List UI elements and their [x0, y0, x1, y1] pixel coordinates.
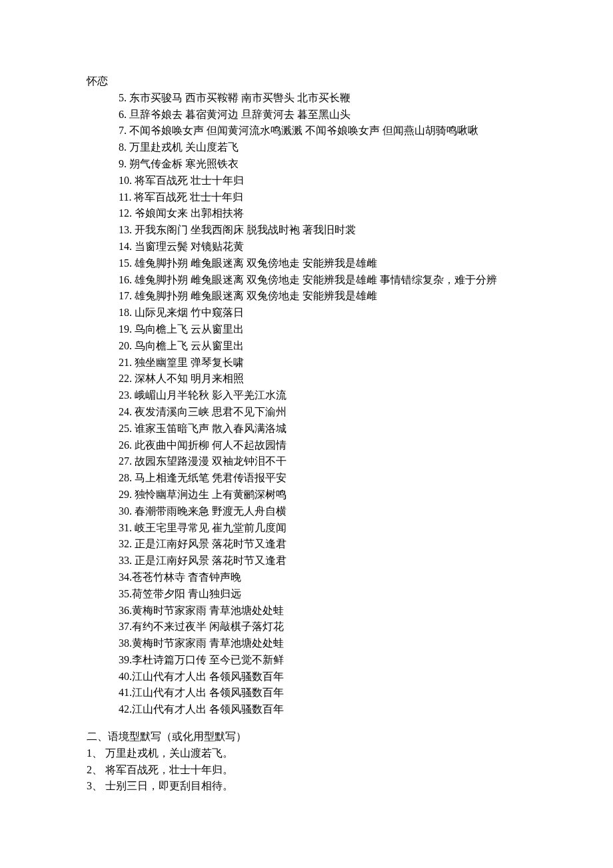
- list-item: 42.江山代有才人出 各领风骚数百年: [87, 701, 526, 718]
- list-item: 20. 鸟向檐上飞 云从窗里出: [87, 338, 526, 355]
- list-item: 15. 雄兔脚扑朔 雌兔眼迷离 双兔傍地走 安能辨我是雄雌: [87, 255, 526, 272]
- list-item: 7. 不闻爷娘唤女声 但闻黄河流水鸣溅溅 不闻爷娘唤女声 但闻燕山胡骑鸣啾啾: [87, 123, 526, 139]
- list-item: 怀恋: [87, 73, 526, 90]
- list-item: 32. 正是江南好风景 落花时节又逢君: [87, 536, 526, 553]
- list-item: 6. 旦辞爷娘去 暮宿黄河边 旦辞黄河去 暮至黑山头: [87, 107, 526, 123]
- list-item: 36.黄梅时节家家雨 青草池塘处处蛙: [87, 603, 526, 619]
- document-body: 怀恋5. 东市买骏马 西市买鞍鞯 南市买辔头 北市买长鞭6. 旦辞爷娘去 暮宿黄…: [87, 73, 526, 795]
- list-item: 31. 岐王宅里寻常见 崔九堂前几度闻: [87, 520, 526, 537]
- section-2-heading: 二、语境型默写（或化用型默写）: [87, 729, 526, 745]
- list-item: 18. 山际见来烟 竹中窥落日: [87, 305, 526, 321]
- numbered-list-section: 怀恋5. 东市买骏马 西市买鞍鞯 南市买辔头 北市买长鞭6. 旦辞爷娘去 暮宿黄…: [87, 73, 526, 718]
- list-item: 33. 正是江南好风景 落花时节又逢君: [87, 553, 526, 569]
- section-2: 二、语境型默写（或化用型默写） 1、 万里赴戎机，关山渡若飞。 2、 将军百战死…: [87, 729, 526, 795]
- list-item: 35.荷笠带夕阳 青山独归远: [87, 586, 526, 603]
- list-item: 38.黄梅时节家家雨 青草池塘处处蛙: [87, 635, 526, 652]
- list-item: 19. 鸟向檐上飞 云从窗里出: [87, 321, 526, 338]
- list-item: 41.江山代有才人出 各领风骚数百年: [87, 685, 526, 701]
- list-item: 25. 谁家玉笛暗飞声 散入春风满洛城: [87, 421, 526, 437]
- list-item: 8. 万里赴戎机 关山度若飞: [87, 139, 526, 156]
- list-item: 14. 当窗理云鬓 对镜贴花黄: [87, 239, 526, 255]
- list-item: 39.李杜诗篇万口传 至今已觉不新鲜: [87, 652, 526, 669]
- list-item: 11. 将军百战死 壮士十年归: [87, 189, 526, 206]
- section-2-item: 2、 将军百战死，壮士十年归。: [87, 762, 526, 779]
- list-item: 12. 爷娘闻女来 出郭相扶将: [87, 205, 526, 222]
- list-item: 13. 开我东阁门 坐我西阁床 脱我战时袍 著我旧时裳: [87, 222, 526, 239]
- list-item: 21. 独坐幽篁里 弹琴复长啸: [87, 355, 526, 371]
- list-item: 24. 夜发清溪向三峡 思君不见下渝州: [87, 404, 526, 421]
- section-2-item: 3、 士别三日，即更刮目相待。: [87, 778, 526, 795]
- list-item: 9. 朔气传金柝 寒光照铁衣: [87, 156, 526, 173]
- list-item: 27. 故园东望路漫漫 双袖龙钟泪不干: [87, 453, 526, 470]
- list-item: 28. 马上相逢无纸笔 凭君传语报平安: [87, 470, 526, 487]
- section-spacer: [87, 718, 526, 729]
- list-item: 10. 将军百战死 壮士十年归: [87, 173, 526, 189]
- list-item: 16. 雄兔脚扑朔 雌兔眼迷离 双兔傍地走 安能辨我是雄雌 事情错综复杂，难于分…: [87, 272, 526, 289]
- list-item: 34.苍苍竹林寺 杳杳钟声晚: [87, 569, 526, 586]
- list-item: 22. 深林人不知 明月来相照: [87, 371, 526, 387]
- section-2-item: 1、 万里赴戎机，关山渡若飞。: [87, 745, 526, 762]
- list-item: 30. 春潮带雨晚来急 野渡无人舟自横: [87, 503, 526, 520]
- list-item: 5. 东市买骏马 西市买鞍鞯 南市买辔头 北市买长鞭: [87, 90, 526, 107]
- list-item: 40.江山代有才人出 各领风骚数百年: [87, 669, 526, 685]
- list-item: 23. 峨嵋山月半轮秋 影入平羌江水流: [87, 387, 526, 404]
- list-item: 29. 独怜幽草涧边生 上有黄鹂深树鸣: [87, 487, 526, 503]
- list-item: 17. 雄兔脚扑朔 雌兔眼迷离 双兔傍地走 安能辨我是雄雌: [87, 288, 526, 305]
- list-item: 26. 此夜曲中闻折柳 何人不起故园情: [87, 437, 526, 454]
- list-item: 37.有约不来过夜半 闲敲棋子落灯花: [87, 619, 526, 635]
